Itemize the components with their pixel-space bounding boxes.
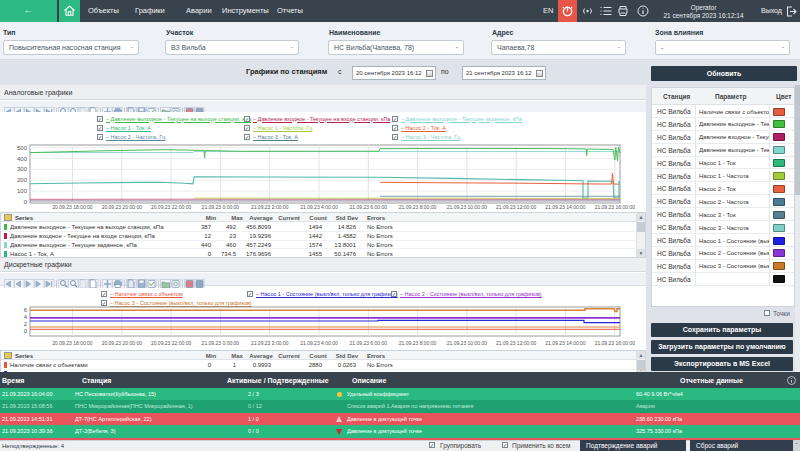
svg-text:0: 0: [24, 328, 28, 334]
svg-text:100: 100: [17, 188, 28, 194]
svg-text:2: 2: [24, 321, 28, 327]
svg-text:500: 500: [17, 145, 28, 151]
svg-text:6: 6: [24, 307, 28, 313]
svg-text:400: 400: [17, 156, 28, 162]
svg-text:4: 4: [24, 314, 28, 320]
svg-text:300: 300: [17, 166, 28, 172]
svg-text:200: 200: [17, 177, 28, 183]
